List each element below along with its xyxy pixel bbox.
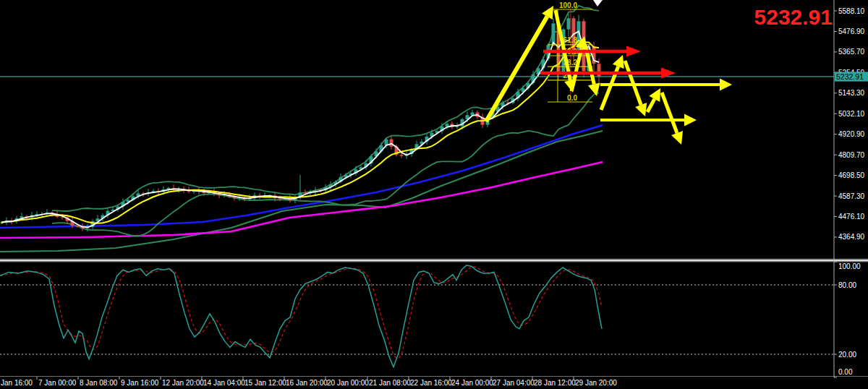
- candle-body: [552, 23, 556, 45]
- price-axis-label: 5032.10: [838, 110, 865, 118]
- price-chart-canvas[interactable]: 100.061.850.038.223.60.05588.105476.9053…: [0, 0, 868, 389]
- candle-body: [278, 198, 282, 199]
- time-axis-label: 21 Jan 08:00: [369, 379, 411, 387]
- white-top-marker-icon: [593, 0, 603, 7]
- current-price-badge: 5232.91: [835, 72, 868, 81]
- candle-body: [567, 18, 571, 29]
- current-price-badge-text: 5232.91: [836, 72, 864, 81]
- price-axis-label: 4920.90: [838, 130, 865, 138]
- yellow-arrow-annotations[interactable]: [486, 6, 732, 145]
- slow-green-ma-line: [0, 131, 603, 252]
- price-axis-label: 5588.10: [838, 7, 865, 15]
- blue-ma-line: [0, 125, 603, 228]
- time-axis-label: 27 Jan 04:00: [493, 379, 535, 387]
- stochastic-signal-line: [0, 267, 602, 358]
- price-axis: 5588.105476.905365.705254.505143.305032.…: [834, 0, 865, 377]
- price-axis-label: 5143.30: [838, 89, 865, 97]
- candle-body: [446, 124, 449, 127]
- fib-level-label: 100.0: [559, 1, 577, 9]
- candlestick-series: [0, 14, 601, 231]
- stochastic-main-line: [0, 265, 602, 367]
- candle-body: [471, 113, 475, 116]
- price-axis-label: 4698.50: [838, 171, 865, 179]
- candle-body: [76, 226, 80, 226]
- time-axis-label: 15 Jan 12:00: [244, 379, 286, 387]
- price-axis-label: 5476.90: [838, 27, 865, 35]
- oscillator-axis-label: 20.00: [838, 351, 856, 359]
- time-axis-label: 24 Jan 00:00: [451, 379, 493, 387]
- time-axis-label: 22 Jan 16:00: [410, 379, 452, 387]
- price-axis-label: 4476.10: [838, 213, 865, 221]
- last-price-display: 5232.91: [754, 5, 833, 29]
- price-axis-label: 4364.90: [838, 233, 865, 241]
- chart-dynamic-layer: 100.061.850.038.223.60.05588.105476.9053…: [0, 0, 868, 387]
- oscillator-axis-label: 80.00: [838, 281, 856, 289]
- bollinger-lower-band: [52, 93, 599, 236]
- time-axis-separator: [0, 376, 868, 377]
- time-axis-label: 9 Jan 16:00: [121, 379, 159, 387]
- time-axis-label: 14 Jan 04:00: [203, 379, 245, 387]
- panel-separator[interactable]: [0, 259, 868, 377]
- time-axis-label: 28 Jan 12:00: [534, 379, 576, 387]
- time-axis-label: Jan 16:00: [1, 379, 33, 387]
- price-axis-label: 5365.70: [838, 48, 865, 56]
- time-axis-label: 12 Jan 20:00: [162, 379, 204, 387]
- price-axis-label: 4809.70: [838, 151, 865, 159]
- candle-body: [400, 155, 404, 155]
- oscillator-axis-label: 0.00: [838, 368, 853, 376]
- candle-body: [390, 140, 393, 147]
- fib-level-label: 0.0: [567, 94, 577, 102]
- stochastic-panel[interactable]: [0, 265, 834, 367]
- oscillator-axis-label: 100.00: [838, 262, 861, 270]
- time-axis: Jan 16:007 Jan 00:008 Jan 08:009 Jan 16:…: [0, 377, 617, 387]
- time-axis-label: 16 Jan 20:00: [286, 379, 328, 387]
- time-axis-label: 7 Jan 00:00: [38, 379, 77, 387]
- main-chart-area: 100.061.850.038.223.60.0: [0, 0, 834, 252]
- price-axis-label: 4587.30: [838, 192, 865, 200]
- mt4-chart-window: 100.061.850.038.223.60.05588.105476.9053…: [0, 0, 868, 389]
- time-axis-label: 29 Jan 20:00: [575, 379, 617, 387]
- time-axis-label: 20 Jan 00:00: [327, 379, 369, 387]
- fib-level-label: 61.8: [563, 36, 578, 44]
- time-axis-label: 8 Jan 08:00: [80, 379, 118, 387]
